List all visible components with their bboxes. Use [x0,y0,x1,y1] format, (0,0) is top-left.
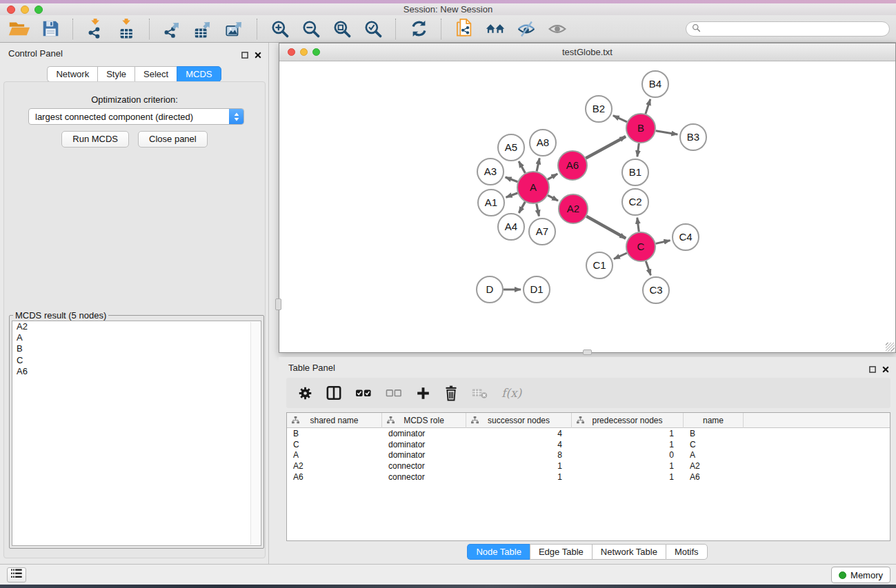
export-table-icon[interactable] [192,18,215,40]
edge-B-B4[interactable] [646,99,650,114]
edge-A-A8[interactable] [537,159,539,172]
close-panel-button[interactable]: Close panel [138,131,208,148]
edge-A-A2[interactable] [548,195,558,201]
resize-grip-icon[interactable] [886,343,895,352]
table-cell[interactable]: A [287,450,382,460]
table-cell[interactable]: dominator [382,429,466,438]
column-header-successor-nodes[interactable]: successor nodes [466,413,572,428]
float-table-panel-icon[interactable] [869,363,876,376]
edge-B-B2[interactable] [613,116,627,122]
table-cell[interactable]: 0 [572,450,684,460]
node-A1[interactable]: A1 [478,190,504,216]
network-file-icon[interactable] [453,18,475,40]
table-cell[interactable]: connector [382,461,466,471]
edge-A-A4[interactable] [519,202,525,213]
refresh-icon[interactable] [408,18,430,40]
run-mcds-button[interactable]: Run MCDS [61,131,129,148]
node-A3[interactable]: A3 [477,159,504,185]
import-table-icon[interactable] [116,18,138,40]
minimize-window-button[interactable] [21,6,29,14]
table-cell[interactable]: A2 [684,461,744,471]
table-row[interactable]: A6connector11A6 [287,472,890,483]
tab-node-table[interactable]: Node Table [467,544,530,560]
column-header-predecessor-nodes[interactable]: predecessor nodes [572,413,684,428]
node-A4[interactable]: A4 [498,214,524,240]
node-B3[interactable]: B3 [680,124,706,150]
table-row[interactable]: Bdominator41B [287,428,890,439]
table-cell[interactable]: 1 [466,472,572,482]
columns-icon[interactable] [326,385,341,401]
table-cell[interactable]: C [287,440,382,449]
tab-network-table[interactable]: Network Table [592,544,666,560]
result-item[interactable]: B [12,343,261,354]
network-close-button[interactable] [288,48,295,56]
save-session-icon[interactable] [39,18,61,40]
table-cell[interactable]: A6 [287,472,382,482]
tab-motifs[interactable]: Motifs [666,544,708,560]
add-row-icon[interactable] [416,386,430,401]
table-cell[interactable]: A [684,450,744,460]
node-A6[interactable]: A6 [558,151,587,180]
close-panel-icon[interactable] [255,49,261,61]
table-cell[interactable]: 4 [466,440,572,449]
memory-button[interactable]: Memory [831,567,890,583]
result-item[interactable]: A2 [12,321,261,332]
select-all-icon[interactable] [355,385,372,401]
node-C4[interactable]: C4 [673,224,699,250]
table-cell[interactable]: B [684,429,744,438]
column-header-shared-name[interactable]: shared name [287,413,382,428]
node-D[interactable]: D [477,276,503,303]
network-zoom-button[interactable] [312,48,320,56]
tab-style[interactable]: Style [97,66,135,82]
table-row[interactable]: Cdominator41C [287,439,890,450]
result-item[interactable]: A6 [12,366,261,377]
hide-selected-icon[interactable] [515,18,537,40]
zoom-in-icon[interactable] [269,18,291,40]
task-history-button[interactable] [7,567,26,582]
node-C3[interactable]: C3 [643,277,669,303]
edge-A2-C[interactable] [586,216,626,239]
tab-select[interactable]: Select [135,66,177,82]
edge-C-C4[interactable] [656,241,670,244]
edge-A-A6[interactable] [548,174,557,179]
table-cell[interactable]: 1 [466,461,572,471]
edge-C-C1[interactable] [614,253,627,259]
tab-network[interactable]: Network [47,66,97,82]
zoom-fit-icon[interactable] [331,18,353,40]
node-A5[interactable]: A5 [498,134,524,161]
table-row[interactable]: Adominator80A [287,449,890,460]
table-cell[interactable]: 8 [466,450,572,460]
node-C[interactable]: C [626,232,655,261]
mcds-result-list[interactable]: A2ABCA6 [12,321,261,546]
table-cell[interactable]: dominator [382,450,466,460]
node-table[interactable]: shared nameMCDS rolesuccessor nodesprede… [286,412,890,541]
result-scrollbar[interactable] [250,322,260,545]
tab-mcds[interactable]: MCDS [177,66,221,82]
divider-handle-left[interactable] [275,298,281,310]
table-cell[interactable]: dominator [382,440,466,449]
deselect-all-icon[interactable] [386,385,402,401]
node-A8[interactable]: A8 [530,130,556,156]
network-canvas[interactable]: B4B2BB3A5A8A6A3B1AA1C2A2A4A7C4CC1C3DD1 [279,61,895,352]
table-cell[interactable]: A2 [287,461,382,471]
export-network-icon[interactable] [161,18,183,40]
criterion-dropdown[interactable]: largest connected component (directed) [28,108,244,125]
column-header-MCDS-role[interactable]: MCDS role [382,413,466,428]
edge-A-A7[interactable] [537,204,539,216]
edge-A6-B[interactable] [586,136,626,159]
tab-edge-table[interactable]: Edge Table [530,544,592,560]
divider-handle-bottom[interactable] [583,349,592,355]
table-cell[interactable]: connector [382,472,466,482]
column-header-name[interactable]: name [684,413,744,428]
result-item[interactable]: C [12,355,261,366]
node-B1[interactable]: B1 [622,159,648,185]
node-B4[interactable]: B4 [642,71,668,97]
export-image-icon[interactable] [223,18,246,40]
result-item[interactable]: A [12,332,261,343]
delete-row-icon[interactable] [444,385,458,401]
node-B[interactable]: B [626,114,655,143]
edge-B-B1[interactable] [637,143,639,156]
table-cell[interactable]: 1 [572,440,684,449]
table-cell[interactable]: C [684,440,744,449]
table-cell[interactable]: 1 [572,472,684,482]
